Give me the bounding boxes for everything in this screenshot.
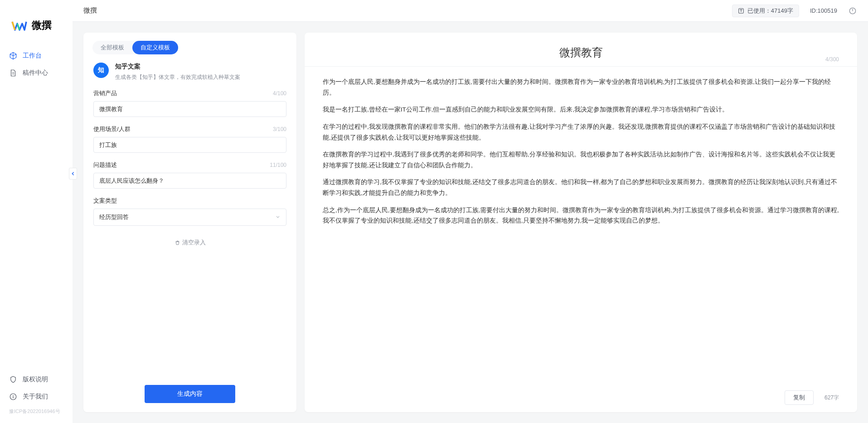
template-icon: 知	[93, 63, 109, 78]
output-paragraph: 通过微撰教育的学习,我不仅掌握了专业的知识和技能,还结交了很多志同道合的朋友。他…	[323, 177, 839, 198]
type-select[interactable]: 经历型回答	[93, 209, 286, 226]
output-footer: 复制 627字	[305, 383, 857, 412]
output-title-counter: 4/300	[825, 56, 839, 63]
field-type: 文案类型 经历型回答	[93, 197, 286, 226]
document-icon	[9, 69, 17, 77]
clear-button[interactable]: 清空录入	[175, 238, 206, 247]
logo: 微撰	[0, 9, 73, 47]
nav-item-drafts[interactable]: 稿件中心	[0, 64, 73, 82]
nav: 工作台 稿件中心	[0, 47, 73, 371]
page-title: 微撰	[83, 6, 97, 15]
output-paragraph: 在微撰教育的学习过程中,我遇到了很多优秀的老师和同学。他们互相帮助,分享经验和知…	[323, 149, 839, 170]
sidebar: 微撰 工作台 稿件中心 版权说明	[0, 0, 73, 423]
content: 全部模板 自定义模板 知 知乎文案 生成各类【知乎】体文章，有效完成软植入种草文…	[73, 22, 868, 423]
template-title: 知乎文案	[115, 63, 240, 71]
question-input[interactable]	[93, 173, 286, 189]
template-header: 知 知乎文案 生成各类【知乎】体文章，有效完成软植入种草文案	[83, 54, 296, 88]
usage-badge: 已使用： 47149字	[732, 5, 799, 17]
product-input[interactable]	[93, 101, 286, 117]
field-product: 营销产品 4/100	[93, 89, 286, 117]
nav-label: 工作台	[23, 52, 42, 60]
logo-icon	[11, 17, 27, 34]
user-id-label: ID:100519	[810, 7, 837, 14]
field-counter: 4/100	[273, 90, 286, 97]
icp-label: 豫ICP备2022016946号	[0, 405, 73, 418]
shield-icon	[9, 375, 17, 384]
output-paragraph: 总之,作为一个底层人民,要想翻身成为一名成功的打工族,需要付出大量的努力和时间。…	[323, 205, 839, 226]
cube-icon	[9, 52, 17, 60]
field-counter: 11/100	[270, 162, 286, 168]
output-paragraph: 我是一名打工族,曾经在一家IT公司工作,但一直感到自己的能力和职业发展空间有限。…	[323, 104, 839, 115]
usage-prefix: 已使用：	[747, 7, 771, 15]
form-area: 营销产品 4/100 使用场景/人群 3/100	[83, 88, 296, 376]
main: 微撰 已使用： 47149字 ID:100519 全部模板 自定义模板	[73, 0, 868, 423]
tab-custom-templates[interactable]: 自定义模板	[132, 41, 178, 54]
output-title: 微撰教育	[323, 45, 839, 60]
template-tabs: 全部模板 自定义模板	[83, 33, 296, 54]
field-label: 文案类型	[93, 197, 117, 205]
chevron-down-icon	[275, 214, 281, 221]
output-paragraph: 在学习的过程中,我发现微撰教育的课程非常实用。他们的教学方法很有趣,让我对学习产…	[323, 122, 839, 143]
nav-item-copyright[interactable]: 版权说明	[0, 371, 73, 388]
sidebar-collapse-button[interactable]	[69, 168, 77, 180]
trash-icon	[175, 240, 180, 246]
nav-label: 关于我们	[23, 393, 48, 401]
usage-value: 47149字	[771, 7, 793, 15]
text-icon	[738, 7, 745, 14]
template-description: 生成各类【知乎】体文章，有效完成软植入种草文案	[115, 73, 240, 81]
field-scenario: 使用场景/人群 3/100	[93, 125, 286, 153]
generate-button[interactable]: 生成内容	[145, 385, 235, 403]
nav-label: 稿件中心	[23, 69, 48, 77]
output-header: 微撰教育 4/300	[305, 33, 857, 67]
field-label: 使用场景/人群	[93, 125, 131, 133]
output-panel: 微撰教育 4/300 作为一个底层人民,要想翻身并成为一名成功的打工族,需要付出…	[305, 33, 857, 412]
nav-item-workspace[interactable]: 工作台	[0, 47, 73, 64]
copy-button[interactable]: 复制	[785, 390, 814, 405]
char-count: 627字	[824, 394, 839, 402]
nav-label: 版权说明	[23, 375, 48, 384]
select-value: 经历型回答	[99, 213, 129, 221]
field-question: 问题描述 11/100	[93, 161, 286, 189]
field-label: 问题描述	[93, 161, 117, 169]
topbar: 微撰 已使用： 47149字 ID:100519	[73, 0, 868, 22]
sidebar-footer: 版权说明 关于我们 豫ICP备2022016946号	[0, 371, 73, 423]
logo-text: 微撰	[32, 19, 52, 32]
tab-all-templates[interactable]: 全部模板	[92, 41, 132, 54]
form-panel: 全部模板 自定义模板 知 知乎文案 生成各类【知乎】体文章，有效完成软植入种草文…	[83, 33, 296, 412]
field-label: 营销产品	[93, 89, 117, 97]
output-paragraph: 作为一个底层人民,要想翻身并成为一名成功的打工族,需要付出大量的努力和时间。微撰…	[323, 77, 839, 98]
chevron-left-icon	[71, 171, 75, 176]
nav-item-about[interactable]: 关于我们	[0, 388, 73, 405]
info-icon	[9, 393, 17, 401]
power-icon[interactable]	[848, 6, 857, 15]
scenario-input[interactable]	[93, 137, 286, 153]
output-body: 作为一个底层人民,要想翻身并成为一名成功的打工族,需要付出大量的努力和时间。微撰…	[305, 67, 857, 383]
field-counter: 3/100	[273, 126, 286, 132]
